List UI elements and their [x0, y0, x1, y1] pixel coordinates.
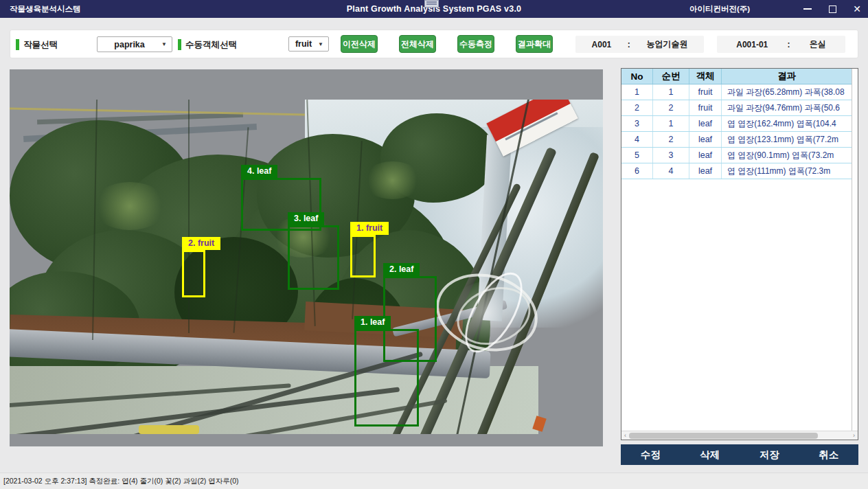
- save-button[interactable]: 저장: [753, 447, 786, 463]
- manual-object-dropdown[interactable]: fruit ▼: [288, 36, 329, 52]
- site-info-field: A001 : 농업기술원: [575, 36, 704, 53]
- table-row[interactable]: 42leaf엽 엽장(123.1mm) 엽폭(77.2m: [621, 132, 852, 148]
- house-code: A001-01: [736, 40, 768, 49]
- crop-select-value: paprika: [98, 40, 161, 49]
- table-cell: fruit: [689, 100, 722, 115]
- photo-decor: [92, 182, 168, 230]
- annotation-label: 3. leaf: [288, 212, 324, 225]
- table-row[interactable]: 64leaf엽 엽장(111mm) 엽폭(72.3m: [621, 163, 852, 179]
- title-bar: 작물생육분석시스템 Plant Growth Analysis System P…: [0, 0, 868, 18]
- annotation-box[interactable]: [350, 235, 376, 277]
- table-cell: 엽 엽장(123.1mm) 엽폭(77.2m: [722, 132, 852, 147]
- table-cell: leaf: [689, 148, 722, 163]
- app-icon: [424, 0, 439, 8]
- table-cell: leaf: [689, 163, 722, 179]
- crop-select-label: 작물선택: [23, 30, 58, 59]
- manual-measure-button[interactable]: 수동측정: [457, 35, 494, 53]
- company-name: 아이티컨버전(주): [689, 0, 750, 18]
- photo-decor: [363, 161, 422, 199]
- table-body: 11fruit과일 과장(65.28mm) 과폭(38.0822fruit과일 …: [621, 84, 858, 179]
- annotation-label: 4. leaf: [241, 165, 277, 178]
- results-table: No순번객체결과 11fruit과일 과장(65.28mm) 과폭(38.082…: [621, 68, 858, 440]
- minimize-button[interactable]: [802, 3, 813, 14]
- table-cell: 4: [653, 163, 689, 179]
- crop-select-dropdown[interactable]: paprika ▼: [97, 36, 172, 52]
- photo-decor: [37, 113, 243, 124]
- maximize-button[interactable]: [827, 3, 838, 14]
- scrollbar-thumb[interactable]: [629, 433, 818, 439]
- table-cell: 6: [621, 163, 653, 179]
- table-header-row: No순번객체결과: [621, 69, 852, 84]
- table-row[interactable]: 11fruit과일 과장(65.28mm) 과폭(38.08: [621, 84, 852, 100]
- table-cell: leaf: [689, 116, 722, 131]
- table-cell: leaf: [689, 132, 722, 147]
- table-cell: 5: [621, 148, 653, 163]
- delete-all-button[interactable]: 전체삭제: [399, 35, 436, 53]
- house-name: 온실: [810, 38, 826, 50]
- table-cell: 과일 과장(94.76mm) 과폭(50.6: [722, 100, 852, 115]
- table-row[interactable]: 53leaf엽 엽장(90.1mm) 엽폭(73.2m: [621, 148, 852, 163]
- table-cell: 2: [621, 100, 653, 115]
- site-code: A001: [592, 40, 612, 49]
- table-cell: 3: [621, 116, 653, 131]
- photo-decor: [139, 425, 199, 434]
- status-bar: [2021-03-02 오후 2:37:13] 측정완료: 엽(4) 줄기(0)…: [0, 473, 868, 489]
- chevron-down-icon: ▼: [318, 41, 328, 47]
- toolbar-buttons: 이전삭제전체삭제수동측정결과확대: [341, 35, 553, 53]
- table-cell: 1: [621, 84, 653, 100]
- annotation-label: 2. fruit: [182, 237, 220, 250]
- table-row[interactable]: 31leaf엽 엽장(162.4mm) 엽폭(104.4: [621, 116, 852, 132]
- table-header: No: [621, 69, 653, 84]
- manual-object-value: fruit: [289, 39, 318, 49]
- chevron-down-icon: ▼: [161, 41, 172, 47]
- site-separator: :: [628, 40, 630, 49]
- horizontal-scrollbar[interactable]: ‹ ›: [621, 431, 858, 440]
- table-row[interactable]: 22fruit과일 과장(94.76mm) 과폭(50.6: [621, 100, 852, 116]
- photo-decor: [10, 107, 305, 115]
- zoom-result-button[interactable]: 결과확대: [516, 35, 553, 53]
- table-cell: 엽 엽장(162.4mm) 엽폭(104.4: [722, 116, 852, 131]
- action-bar: 수정삭제저장취소: [621, 444, 858, 465]
- site-name: 농업기술원: [646, 38, 687, 50]
- edit-button[interactable]: 수정: [634, 447, 667, 463]
- table-header: 순번: [653, 69, 689, 84]
- table-cell: 2: [653, 100, 689, 115]
- annotation-box[interactable]: [354, 329, 419, 427]
- crop-select-accent: [16, 39, 19, 50]
- table-cell: 엽 엽장(90.1mm) 엽폭(73.2m: [722, 148, 852, 163]
- scroll-left-icon[interactable]: ‹: [621, 431, 629, 440]
- minimize-icon: [803, 8, 812, 10]
- table-cell: 1: [653, 116, 689, 131]
- photo-decor: [188, 100, 190, 333]
- annotation-label: 2. leaf: [383, 263, 420, 276]
- table-cell: 4: [621, 132, 653, 147]
- annotation-label: 1. leaf: [354, 316, 391, 329]
- delete-button[interactable]: 삭제: [693, 447, 727, 463]
- maximize-icon: [829, 5, 836, 13]
- annotation-box[interactable]: [182, 250, 205, 297]
- close-button[interactable]: ✕: [852, 3, 863, 14]
- table-cell: 과일 과장(65.28mm) 과폭(38.08: [722, 84, 852, 100]
- manual-select-label: 수동객체선택: [185, 30, 237, 59]
- table-cell: 1: [653, 84, 689, 100]
- toolbar: 작물선택 paprika ▼ 수동객체선택 fruit ▼ 이전삭제전체삭제수동…: [10, 30, 858, 58]
- table-cell: 2: [653, 132, 689, 147]
- table-cell: 3: [653, 148, 689, 163]
- house-info-field: A001-01 : 온실: [717, 36, 845, 53]
- delete-previous-button[interactable]: 이전삭제: [341, 35, 378, 53]
- annotation-box[interactable]: [288, 225, 339, 290]
- table-header: 결과: [722, 69, 852, 84]
- plant-photo[interactable]: 4. leaf3. leaf1. fruit2. fruit2. leaf1. …: [10, 100, 603, 434]
- photo-panel: 4. leaf3. leaf1. fruit2. fruit2. leaf1. …: [10, 69, 603, 446]
- annotation-label: 1. fruit: [350, 222, 389, 235]
- table-header: 객체: [689, 69, 722, 84]
- scroll-right-icon[interactable]: ›: [850, 431, 858, 440]
- cancel-button[interactable]: 취소: [812, 447, 845, 463]
- table-cell: 엽 엽장(111mm) 엽폭(72.3m: [722, 163, 852, 179]
- manual-select-accent: [178, 39, 181, 50]
- window-controls: ✕: [802, 0, 863, 18]
- table-cell: fruit: [689, 84, 722, 100]
- house-separator: :: [788, 40, 790, 49]
- twine: [435, 275, 538, 350]
- vertical-scrollbar[interactable]: [852, 69, 858, 431]
